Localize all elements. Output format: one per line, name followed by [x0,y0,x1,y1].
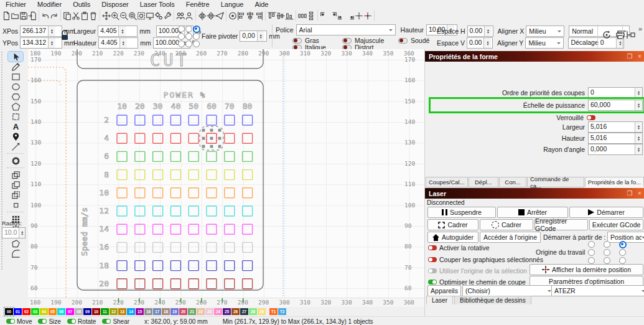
selection-handle[interactable] [210,129,213,132]
shape-properties-header[interactable]: Propriétés de la forme ❐ × [425,51,644,62]
menu-aide[interactable]: Aide [249,1,274,8]
align-y-select[interactable]: Milieu [525,37,564,49]
panel-tab-bibliothèque-de-dessins[interactable]: Bibliothèque de dessins [454,296,531,304]
ypos-field[interactable]: 134.312▲▼ [20,37,62,49]
palette-chip-14[interactable]: 14 [127,308,135,315]
palette-chip-26[interactable]: 26 [231,308,240,315]
lock-aspect-icon[interactable] [60,30,69,43]
bold-toggle[interactable] [292,38,302,44]
test-square-s8-p60[interactable] [207,170,217,180]
rotate-spinner[interactable]: ▲▼ [257,31,264,41]
palette-chip-27[interactable]: 27 [240,308,248,315]
workspace-canvas[interactable]: CUTPOWER %102030405060708024681012141618… [28,49,424,307]
largeur-field[interactable]: 4.405▲▼ [98,26,138,37]
test-square-s16-p70[interactable] [225,242,235,252]
home-button[interactable]: Autoguider [427,232,478,243]
selection-handle[interactable] [202,145,205,148]
test-square-s16-p50[interactable] [189,242,198,252]
refresh-variables-icon[interactable] [602,30,612,42]
test-square-s4-p20[interactable] [135,133,145,143]
align-bottom-icon[interactable] [285,10,294,21]
prop-input[interactable]: 0▲▼ [588,87,643,98]
dock-tab-4[interactable]: Propriétés de la fo... [585,177,644,187]
dock-tab-0[interactable]: Coupes/Cal... [426,177,468,187]
new-file-icon[interactable] [2,10,11,21]
largeur-spinner[interactable]: ▲▼ [118,26,126,36]
menu-langue[interactable]: Langue [215,1,250,8]
palette-chip-21[interactable]: 21 [188,308,196,315]
palette-chip-09[interactable]: 09 [83,308,91,315]
boolean-subtract-tool-icon[interactable] [8,190,23,200]
origin-radio-0[interactable] [588,241,595,248]
palette-chip-07[interactable]: 07 [66,308,74,315]
test-square-s18-p60[interactable] [207,261,217,271]
start-button[interactable]: Démarrer [569,207,643,218]
test-square-s14-p50[interactable] [189,224,198,234]
menu-disposer[interactable]: Disposer [96,1,134,8]
test-square-s14-p70[interactable] [225,224,235,234]
radius-field[interactable]: 10.0▲▼ [2,227,26,238]
test-square-s14-p60[interactable] [207,224,217,234]
wrench-icon[interactable] [163,10,172,21]
selection-handle[interactable] [210,145,213,148]
uppercase-toggle[interactable] [342,38,352,44]
test-square-s8-p40[interactable] [170,170,180,180]
rectangle-tool-icon[interactable] [8,72,23,82]
laser-option-0[interactable]: Activer la rotative [428,244,490,252]
palette-chip-05[interactable]: 05 [49,308,57,315]
go-to-origin-button[interactable]: Accéder à l'origine [480,232,541,243]
cut-icon[interactable] [72,10,80,21]
test-square-s2-p30[interactable] [153,115,163,125]
menu-modifier[interactable]: Modifier [32,1,67,8]
monitor-icon[interactable] [146,10,154,21]
zoom-fit-icon[interactable] [128,10,137,21]
dock-tab-1[interactable]: Dépl... [469,177,498,187]
edit-nodes-tool-icon[interactable] [8,111,23,121]
prop-input[interactable]: 60,000▲▼ [588,100,643,111]
weld-tool-icon[interactable] [8,170,23,180]
test-square-s20-p40[interactable] [170,279,180,289]
status-toggle-size[interactable]: Size [38,318,60,325]
test-square-s18-p30[interactable] [153,261,163,271]
palette-chip-00[interactable]: 00 [5,308,13,315]
prop-input[interactable]: 5,016▲▼ [588,133,643,144]
palette-chip-11[interactable]: 11 [101,308,109,315]
palette-chip-19[interactable]: 19 [170,308,179,315]
selection-handle[interactable] [202,129,205,132]
origin-radio-2[interactable] [619,241,627,248]
text-tool-icon[interactable]: A [8,121,23,131]
toolbar-overflow-chevron[interactable]: » [638,25,642,32]
pentagon-tool-icon[interactable] [8,101,23,111]
origin-radio-5[interactable] [193,33,200,40]
origin-radio-8[interactable] [619,257,626,264]
menu-fichier[interactable]: Fichier [0,1,32,8]
move-center-icon[interactable] [355,10,363,21]
test-square-s6-p30[interactable] [153,151,163,161]
prop-spinner[interactable]: ▲▼ [635,122,642,132]
last-position-icon[interactable] [363,10,372,21]
test-square-s20-p30[interactable] [153,279,163,289]
space-v-spinner[interactable]: ▲▼ [483,38,491,48]
test-square-s6-p60[interactable] [207,151,217,161]
test-square-s12-p30[interactable] [153,206,163,216]
test-square-s10-p40[interactable] [170,188,180,198]
origin-radio-3[interactable] [178,33,185,40]
origin-radio-0[interactable] [178,26,185,32]
frame-rect-button[interactable]: Cadrer [427,219,478,230]
boolean-union-tool-icon[interactable] [8,180,23,190]
test-square-s12-p50[interactable] [189,206,198,216]
space-v-field[interactable]: 0.00▲▼ [467,37,493,49]
anchor-point-grid[interactable] [178,26,200,47]
rotate-field[interactable]: 0,00▲▼ [240,31,267,42]
prop-spinner[interactable]: ▲▼ [635,133,642,143]
shape-pentagon-tool-icon[interactable] [8,238,23,248]
ellipse-tool-icon[interactable] [8,82,23,92]
zoom-in-icon[interactable] [111,10,119,21]
test-square-s8-p50[interactable] [189,170,198,180]
align-target-icon[interactable] [228,10,237,21]
corner-bl-icon[interactable] [337,10,346,21]
align-right-icon[interactable] [254,10,263,21]
test-square-s10-p20[interactable] [135,188,145,198]
menu-outils[interactable]: Outils [67,1,96,8]
device-select[interactable]: ATEZR [551,285,644,296]
